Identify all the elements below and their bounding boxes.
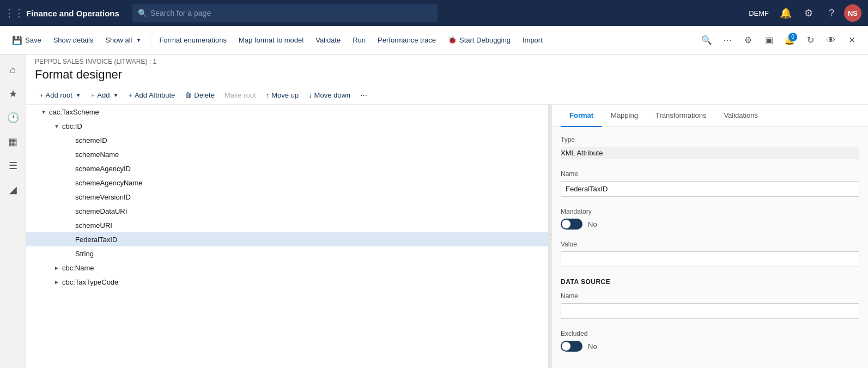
- tree-node-federaltaxid[interactable]: FederalTaxID: [26, 232, 548, 246]
- star-icon[interactable]: ★: [2, 83, 24, 105]
- page-title: Format designer: [26, 67, 868, 86]
- move-up-icon: ↑: [266, 91, 270, 99]
- show-all-dropdown-icon: ▼: [136, 37, 142, 43]
- sidebar-icons: ⌂ ★ 🕐 ▦ ☰ ◢: [0, 55, 26, 368]
- top-nav: ⋮⋮ Finance and Operations 🔍 DEMF 🔔 ⚙ ? N…: [0, 0, 868, 26]
- name-input[interactable]: [561, 181, 859, 197]
- expand-icon: [65, 235, 74, 244]
- right-panel: Format Mapping Transformations Validatio…: [552, 105, 868, 368]
- refresh-icon-btn[interactable]: ↻: [800, 31, 820, 50]
- datasource-header: DATA SOURCE: [561, 278, 859, 286]
- performance-trace-button[interactable]: Performance trace: [372, 33, 441, 47]
- tree-node-schemename[interactable]: schemeName: [26, 147, 548, 161]
- tab-format[interactable]: Format: [561, 105, 602, 127]
- excluded-label: Excluded: [561, 330, 859, 337]
- content-area: PEPPOL SALES INVOICE (LITWARE) : 1 Forma…: [26, 55, 868, 368]
- add-root-icon: +: [39, 91, 44, 99]
- add-root-dropdown-icon: ▼: [76, 92, 81, 98]
- move-up-button[interactable]: ↑ Move up: [262, 88, 303, 102]
- tree-node-cac-taxscheme[interactable]: ▼ cac:TaxScheme: [26, 105, 548, 119]
- expand-icon: [65, 221, 74, 230]
- toolbar-separator-1: [150, 33, 150, 48]
- add-button[interactable]: + Add ▼: [87, 88, 123, 102]
- tree-node-schemeagencyname[interactable]: schemeAgencyName: [26, 176, 548, 190]
- tree-node-string[interactable]: String: [26, 246, 548, 261]
- show-details-button[interactable]: Show details: [48, 33, 99, 47]
- avatar[interactable]: NS: [844, 4, 861, 22]
- save-icon: 💾: [12, 35, 22, 45]
- save-button[interactable]: 💾 Save: [7, 32, 47, 49]
- settings-icon[interactable]: ⚙: [798, 0, 819, 26]
- add-root-button[interactable]: + Add root ▼: [35, 88, 86, 102]
- value-field-group: Value: [561, 240, 859, 267]
- search-bar[interactable]: 🔍: [132, 4, 438, 22]
- mandatory-label: Mandatory: [561, 208, 859, 215]
- import-button[interactable]: Import: [517, 33, 548, 47]
- settings-icon-btn[interactable]: ⚙: [738, 31, 758, 50]
- tree-node-schemeversionid[interactable]: schemeVersionID: [26, 190, 548, 204]
- tab-validations[interactable]: Validations: [715, 105, 767, 127]
- tab-transformations[interactable]: Transformations: [647, 105, 715, 127]
- excluded-value: No: [588, 342, 597, 351]
- right-panel-content: Type XML Attribute Name Mandatory No: [552, 127, 868, 368]
- tab-mapping[interactable]: Mapping: [602, 105, 647, 127]
- value-label: Value: [561, 240, 859, 248]
- expand-icon: ►: [52, 277, 61, 286]
- excluded-toggle[interactable]: [561, 341, 582, 352]
- expand-icon: [65, 249, 74, 258]
- expand-icon: [65, 150, 74, 159]
- excluded-toggle-row: No: [561, 341, 859, 352]
- tree-node-cbc-id[interactable]: ▼ cbc:ID: [26, 119, 548, 133]
- datasource-name-input[interactable]: [561, 303, 859, 319]
- start-debugging-button[interactable]: 🐞 Start Debugging: [442, 33, 516, 47]
- tree-node-schemeagencyid[interactable]: schemeAgencyID: [26, 161, 548, 176]
- home-icon[interactable]: ⌂: [2, 59, 24, 81]
- add-dropdown-icon: ▼: [113, 92, 118, 98]
- user-env-label: DEMF: [744, 0, 773, 26]
- run-button[interactable]: Run: [347, 33, 371, 47]
- recent-icon[interactable]: 🕐: [2, 107, 24, 129]
- search-input[interactable]: [150, 9, 432, 17]
- delete-button[interactable]: 🗑 Delete: [180, 88, 219, 102]
- notification-icon[interactable]: 🔔: [775, 0, 796, 26]
- more-actions-button[interactable]: ⋯: [356, 88, 372, 102]
- tree-node-schemeid[interactable]: schemeID: [26, 133, 548, 147]
- tree-node-schemeuri[interactable]: schemeURI: [26, 218, 548, 232]
- excluded-field-group: Excluded No: [561, 330, 859, 352]
- datasource-name-label: Name: [561, 292, 859, 300]
- grid-icon[interactable]: ⋮⋮: [7, 5, 22, 21]
- make-root-button: Make root: [220, 88, 260, 102]
- expand-icon: [65, 136, 74, 144]
- module-icon[interactable]: ▦: [2, 131, 24, 153]
- add-attribute-button[interactable]: + Add Attribute: [124, 88, 179, 102]
- help-icon[interactable]: ?: [821, 0, 842, 26]
- open-new-icon-btn[interactable]: 👁: [821, 31, 841, 50]
- main-layout: ⌂ ★ 🕐 ▦ ☰ ◢ PEPPOL SALES INVOICE (LITWAR…: [0, 55, 868, 368]
- expand-icon: ▼: [52, 122, 61, 130]
- filter-icon[interactable]: ◢: [2, 179, 24, 201]
- map-format-to-model-button[interactable]: Map format to model: [233, 33, 309, 47]
- move-down-icon: ↓: [308, 91, 312, 99]
- expand-icon: [65, 192, 74, 201]
- notification-icon-btn[interactable]: 🔔 0: [780, 31, 799, 50]
- show-all-button[interactable]: Show all ▼: [100, 33, 147, 47]
- move-down-button[interactable]: ↓ Move down: [304, 88, 355, 102]
- tree-node-cbc-name[interactable]: ► cbc:Name: [26, 261, 548, 275]
- tree-node-cbc-taxtypecode[interactable]: ► cbc:TaxTypeCode: [26, 275, 548, 289]
- mandatory-value: No: [588, 220, 597, 228]
- name-field-group: Name: [561, 170, 859, 197]
- toolbar: 💾 Save Show details Show all ▼ Format en…: [0, 26, 868, 55]
- close-icon-btn[interactable]: ✕: [842, 31, 861, 50]
- tree-node-schemedatauri[interactable]: schemeDataURI: [26, 204, 548, 218]
- list-icon[interactable]: ☰: [2, 155, 24, 177]
- format-enumerations-button[interactable]: Format enumerations: [154, 33, 232, 47]
- mandatory-toggle[interactable]: [561, 219, 582, 230]
- more-icon-btn[interactable]: ⋯: [718, 31, 737, 50]
- power-apps-icon-btn[interactable]: ▣: [759, 31, 779, 50]
- value-input[interactable]: [561, 251, 859, 267]
- validate-button[interactable]: Validate: [310, 33, 346, 47]
- search-icon-btn[interactable]: 🔍: [697, 31, 717, 50]
- name-label: Name: [561, 170, 859, 178]
- notification-badge: 0: [788, 33, 797, 41]
- expand-icon: ►: [52, 263, 61, 272]
